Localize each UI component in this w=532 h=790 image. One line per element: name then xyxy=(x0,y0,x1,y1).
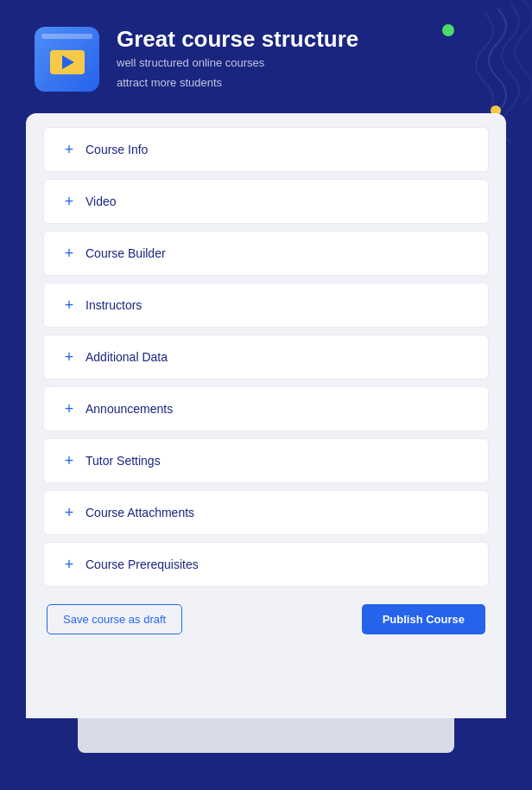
header-title: Great course structure xyxy=(117,26,358,53)
accordion-item-course-info[interactable]: +Course Info xyxy=(43,127,489,172)
header-subtitle-line1: well structured online courses xyxy=(117,54,358,73)
footer-buttons: Save course as draft Publish Course xyxy=(43,604,489,634)
accordion-label-course-builder: Course Builder xyxy=(86,246,166,260)
plus-icon: + xyxy=(61,349,77,365)
plus-icon: + xyxy=(61,142,77,157)
plus-icon: + xyxy=(61,297,77,313)
accordion-label-course-attachments: Course Attachments xyxy=(86,506,194,519)
header-text: Great course structure well structured o… xyxy=(117,26,358,92)
accordion-label-course-info: Course Info xyxy=(86,143,148,156)
accordion-item-tutor-settings[interactable]: +Tutor Settings xyxy=(43,438,489,483)
logo-icon xyxy=(50,50,85,74)
plus-icon: + xyxy=(61,505,77,520)
plus-icon: + xyxy=(61,401,77,417)
accordion-label-course-prerequisites: Course Prerequisites xyxy=(86,557,199,571)
accordion-label-instructors: Instructors xyxy=(86,298,142,312)
accordion-label-announcements: Announcements xyxy=(86,402,173,416)
main-card: +Course Info+Video+Course Builder+Instru… xyxy=(26,113,506,718)
save-draft-button[interactable]: Save course as draft xyxy=(47,604,182,634)
header: Great course structure well structured o… xyxy=(0,0,532,113)
accordion-item-video[interactable]: +Video xyxy=(43,179,489,224)
accordion-item-announcements[interactable]: +Announcements xyxy=(43,386,489,431)
accordion-item-course-builder[interactable]: +Course Builder xyxy=(43,231,489,276)
accordion-item-course-prerequisites[interactable]: +Course Prerequisites xyxy=(43,542,489,587)
play-icon xyxy=(62,55,74,69)
accordion-label-video: Video xyxy=(86,194,117,208)
plus-icon: + xyxy=(61,194,77,209)
plus-icon: + xyxy=(61,245,77,261)
accordion-item-course-attachments[interactable]: +Course Attachments xyxy=(43,490,489,535)
bottom-bar-decoration xyxy=(78,718,454,753)
plus-icon: + xyxy=(61,557,77,572)
accordion-item-additional-data[interactable]: +Additional Data xyxy=(43,334,489,379)
background: Great course structure well structured o… xyxy=(0,0,532,790)
accordion-label-additional-data: Additional Data xyxy=(86,350,168,364)
header-subtitle-line2: attract more students xyxy=(117,74,358,92)
plus-icon: + xyxy=(61,453,77,468)
publish-button[interactable]: Publish Course xyxy=(362,604,485,634)
accordion-container: +Course Info+Video+Course Builder+Instru… xyxy=(43,127,489,587)
accordion-item-instructors[interactable]: +Instructors xyxy=(43,283,489,328)
logo-box xyxy=(35,27,99,92)
accordion-label-tutor-settings: Tutor Settings xyxy=(86,454,161,468)
